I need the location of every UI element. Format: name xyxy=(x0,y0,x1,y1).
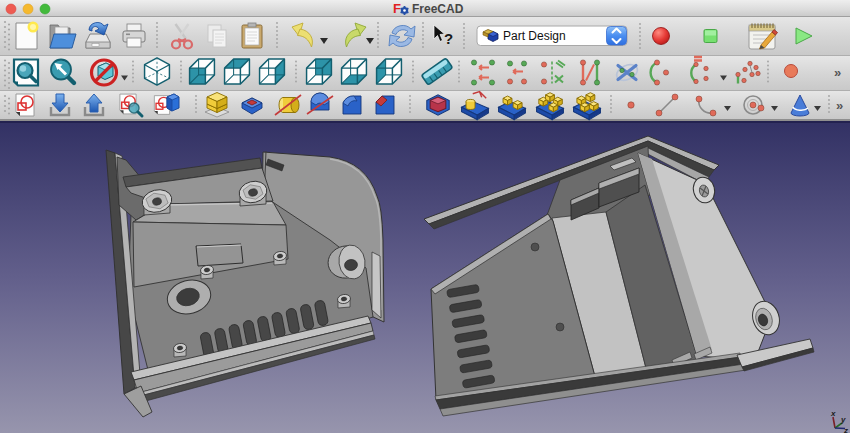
svg-text:Part Design: Part Design xyxy=(503,29,566,43)
svg-text:»: » xyxy=(834,65,841,80)
svg-text:?: ? xyxy=(444,30,453,47)
svg-text:y: y xyxy=(840,415,846,424)
svg-text:FreeCAD: FreeCAD xyxy=(412,2,464,16)
svg-text:»: » xyxy=(836,98,843,113)
svg-text:z: z xyxy=(843,426,848,433)
svg-text:F: F xyxy=(393,1,401,16)
svg-text:x: x xyxy=(830,409,836,418)
